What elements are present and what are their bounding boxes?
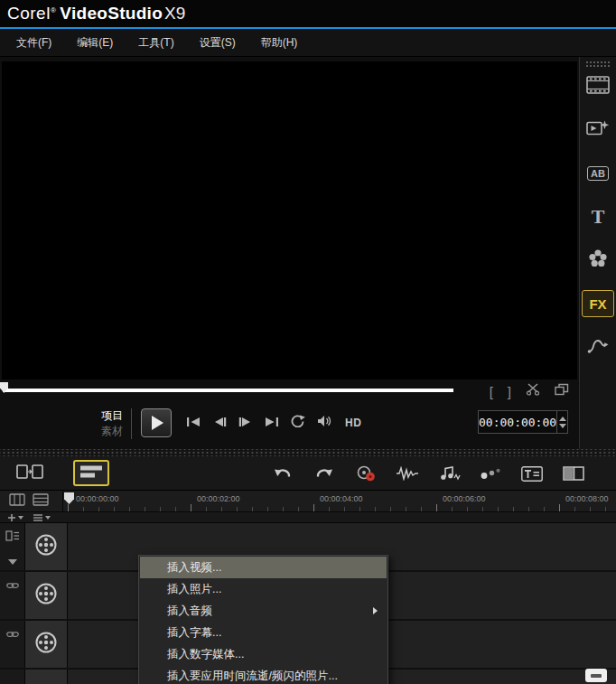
title-track-header[interactable] xyxy=(25,670,68,684)
menu-item-insert-audio[interactable]: 插入音频 xyxy=(140,600,387,622)
menu-item-insert-subtitle[interactable]: 插入字幕... xyxy=(140,622,387,643)
mark-in-button[interactable]: [ xyxy=(490,385,493,398)
media-icon xyxy=(586,76,610,98)
timecode-spinner[interactable] xyxy=(556,411,567,433)
next-frame-icon[interactable] xyxy=(238,415,252,431)
videostudio-window: Corel® VideoStudio X9 文件(F) 编辑(E) 工具(T) … xyxy=(0,0,616,684)
chevron-down-icon xyxy=(18,516,23,520)
home-icon[interactable] xyxy=(186,415,201,431)
nav-media-button[interactable] xyxy=(582,73,614,100)
timecode-value: 00:00:00:00 xyxy=(479,416,556,429)
hd-toggle[interactable]: HD xyxy=(345,417,361,429)
workspace: [ ] 项目 素材 HD xyxy=(0,57,616,449)
play-icon xyxy=(152,416,163,430)
all-tracks-icon[interactable] xyxy=(9,493,25,510)
fit-timeline-button[interactable] xyxy=(585,669,607,682)
spinner-down-icon[interactable] xyxy=(559,424,566,428)
storyboard-view-button[interactable] xyxy=(14,461,46,486)
motion-path-icon xyxy=(587,336,609,358)
playhead-handle[interactable] xyxy=(64,492,74,504)
panel-grip[interactable] xyxy=(585,61,611,68)
menu-help[interactable]: 帮助(H) xyxy=(248,29,311,57)
timecode-display[interactable]: 00:00:00:00 xyxy=(478,410,568,434)
auto-music-icon[interactable] xyxy=(437,463,461,484)
corel-logo: Corel® xyxy=(7,4,60,23)
overlay2-track-header[interactable] xyxy=(25,621,68,668)
project-mode-label[interactable]: 项目 xyxy=(101,408,123,424)
timeline-view-button[interactable] xyxy=(73,460,109,486)
track-rows-icon[interactable] xyxy=(33,493,49,510)
instant-project-icon xyxy=(586,119,610,141)
menu-item-insert-photo[interactable]: 插入照片... xyxy=(140,578,387,600)
video-track-gutter xyxy=(0,523,25,570)
filter-fx-icon: FX xyxy=(589,296,606,312)
nav-title-button[interactable]: T xyxy=(582,203,614,230)
volume-icon[interactable] xyxy=(317,415,333,431)
toolbar-icon-group xyxy=(271,456,585,491)
fit-timeline-icon xyxy=(591,674,602,678)
end-icon[interactable] xyxy=(264,415,279,431)
playback-mode-toggle: 项目 素材 xyxy=(101,408,132,439)
nav-transition-button[interactable]: AB xyxy=(582,160,614,187)
overlay-track-header[interactable] xyxy=(25,572,68,619)
library-nav: AB T FX xyxy=(582,68,614,361)
ripple-link-icon[interactable] xyxy=(6,626,19,642)
split-clip-icon[interactable] xyxy=(526,383,540,399)
nav-graphic-button[interactable] xyxy=(582,247,614,274)
chevron-down-icon[interactable] xyxy=(8,559,17,565)
ruler-row: 00:00:00:00 00:00:02:00 00:00:04:00 00:0… xyxy=(0,491,616,512)
motion-tracking-icon[interactable] xyxy=(479,463,502,484)
trim-tools: [ ] xyxy=(490,383,569,399)
mark-out-button[interactable]: ] xyxy=(508,385,511,398)
enlarge-preview-icon[interactable] xyxy=(555,383,569,399)
repeat-icon[interactable] xyxy=(291,415,305,431)
play-button[interactable] xyxy=(141,408,172,437)
track-manager-icon[interactable] xyxy=(5,529,20,545)
menubar: 文件(F) 编辑(E) 工具(T) 设置(S) 帮助(H) xyxy=(0,29,616,57)
timeline-toolbar xyxy=(0,456,616,491)
overlay2-track-gutter xyxy=(0,621,25,668)
registered-mark: ® xyxy=(51,6,56,14)
timeline-ruler[interactable]: 00:00:00:00 00:00:02:00 00:00:04:00 00:0… xyxy=(63,491,616,511)
title-icon: T xyxy=(592,205,605,229)
insert-context-menu: 插入视频... 插入照片... 插入音频 插入字幕... 插入数字媒体... 插… xyxy=(138,555,388,684)
ruler-tick: 00:00:06:00 xyxy=(443,494,486,503)
menu-tools[interactable]: 工具(T) xyxy=(126,29,186,57)
chevron-down-icon xyxy=(45,516,51,520)
spinner-up-icon[interactable] xyxy=(559,417,566,421)
menu-edit[interactable]: 编辑(E) xyxy=(64,29,126,57)
submenu-arrow-icon xyxy=(373,607,378,614)
redo-icon[interactable] xyxy=(313,463,336,484)
split-screen-icon[interactable] xyxy=(562,463,585,484)
scrub-bar[interactable] xyxy=(3,389,453,392)
previous-frame-icon[interactable] xyxy=(213,415,227,431)
storyboard-icon xyxy=(16,463,43,484)
menu-settings[interactable]: 设置(S) xyxy=(187,29,248,57)
playback-controls: 项目 素材 HD 00:00:00:00 xyxy=(0,403,579,449)
panel-splitter[interactable] xyxy=(0,449,616,456)
add-track-button[interactable] xyxy=(7,513,23,522)
sound-mixer-icon[interactable] xyxy=(396,463,419,484)
menu-item-insert-timelapse-photo[interactable]: 插入要应用时间流逝/频闪的照片... xyxy=(140,665,387,684)
brand-text: Corel xyxy=(7,4,51,23)
product-version: X9 xyxy=(164,4,185,23)
subtitle-editor-icon[interactable] xyxy=(520,463,544,484)
track-view-buttons xyxy=(0,491,63,511)
graphic-icon xyxy=(588,248,608,272)
menu-item-insert-video[interactable]: 插入视频... xyxy=(140,557,387,578)
menu-file[interactable]: 文件(F) xyxy=(4,29,64,57)
record-capture-icon[interactable] xyxy=(354,463,378,484)
clip-mode-label[interactable]: 素材 xyxy=(101,424,123,439)
track-tools-row xyxy=(0,512,616,523)
nav-motion-path-button[interactable] xyxy=(582,333,614,361)
film-reel-icon xyxy=(33,581,59,610)
video-track-header[interactable] xyxy=(25,523,68,570)
film-reel-icon xyxy=(33,630,59,659)
menu-item-insert-digital-media[interactable]: 插入数字媒体... xyxy=(140,643,387,665)
ripple-link-icon[interactable] xyxy=(6,577,19,594)
nav-filter-button[interactable]: FX xyxy=(582,290,614,317)
undo-icon[interactable] xyxy=(271,463,294,484)
titlebar: Corel® VideoStudio X9 xyxy=(0,0,616,27)
track-manager-button[interactable] xyxy=(33,513,51,522)
nav-instant-project-button[interactable] xyxy=(582,117,614,144)
